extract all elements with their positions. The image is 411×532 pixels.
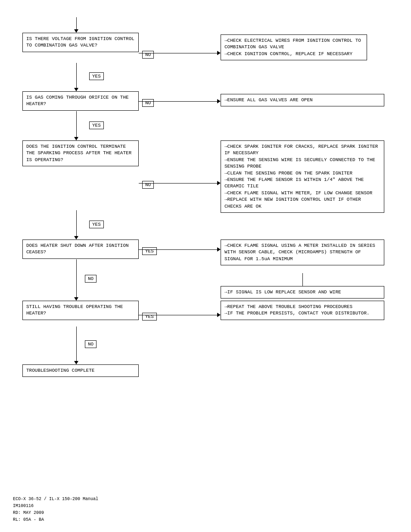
q2-yes-arrowhead — [74, 137, 78, 140]
q1-no-arrowhead — [217, 51, 221, 55]
q4-yes-arrowhead — [217, 247, 221, 252]
action-1: →CHECK ELECTRICAL WIRES FROM IGNITION CO… — [221, 34, 367, 60]
action-4: →CHECK FLAME SIGNAL USING A METER INSTAL… — [221, 240, 384, 265]
q1-yes-arrow — [76, 63, 77, 89]
footer-line2: IM100116 — [13, 503, 98, 510]
action-6: →REPEAT THE ABOVE TROUBLE SHOOTING PROCE… — [221, 301, 384, 320]
q1-yes-arrowhead — [74, 88, 78, 91]
question-4: DOES HEATER SHUT DOWN AFTER IGNITION CEA… — [22, 240, 139, 259]
question-6-final: TROUBLESHOOTING COMPLETE — [22, 364, 139, 377]
q2-no-label: NO — [142, 99, 154, 107]
q3-yes-arrowhead — [74, 236, 78, 240]
q5-no-arrowhead — [74, 361, 78, 364]
action-3: →CHECK SPARK IGNITER FOR CRACKS, REPLACE… — [221, 140, 384, 213]
footer-line4: RL: 05A - BA — [13, 516, 98, 523]
question-3: DOES THE IGNITION CONTROL TERMINATE THE … — [22, 140, 139, 166]
q4-yes-arrow — [139, 249, 218, 250]
footer-line1: ECO-X 36-52 / IL-X 150-200 Manual — [13, 496, 98, 503]
q2-yes-arrow — [76, 111, 77, 138]
q5-no-arrow — [76, 327, 77, 362]
q1-no-label: NO — [142, 51, 154, 59]
q3-yes-label: YES — [89, 221, 104, 228]
q4-no-label: NO — [85, 275, 97, 283]
q2-no-arrow — [139, 101, 218, 102]
q3-no-arrow — [139, 183, 218, 184]
action-2: →ENSURE ALL GAS VALVES ARE OPEN — [221, 94, 384, 106]
q5-yes-label: YES — [142, 313, 157, 320]
q1-yes-label: YES — [89, 72, 104, 80]
q3-no-label: NO — [142, 181, 154, 189]
entry-arrow — [76, 17, 77, 30]
q4-no-arrow — [76, 259, 77, 298]
q2-no-arrowhead — [217, 99, 221, 103]
q2-yes-label: YES — [89, 121, 104, 129]
entry-arrowhead — [74, 29, 78, 33]
footer-line3: RD: MAY 2009 — [13, 510, 98, 516]
action-5: →IF SIGNAL IS LOW REPLACE SENSOR AND WIR… — [221, 286, 384, 299]
question-5: STILL HAVING TROUBLE OPERATING THE HEATE… — [22, 301, 139, 320]
q3-yes-arrow — [76, 210, 77, 237]
q5-yes-arrowhead — [217, 313, 221, 317]
q4-no-arrowhead — [74, 297, 78, 301]
q4-yes-label: YES — [142, 247, 157, 255]
question-1: IS THERE VOLTAGE FROM IGNITION CONTROL T… — [22, 33, 139, 52]
question-2: IS GAS COMING THROUGH ORIFICE ON THE HEA… — [22, 91, 139, 111]
q1-no-arrow — [139, 53, 218, 53]
q3-no-arrowhead — [217, 181, 221, 185]
q5-no-label: NO — [85, 340, 97, 348]
footer: ECO-X 36-52 / IL-X 150-200 Manual IM1001… — [13, 496, 98, 523]
q5-yes-arrow — [139, 315, 218, 315]
a4-to-a5-arrow — [302, 273, 303, 286]
